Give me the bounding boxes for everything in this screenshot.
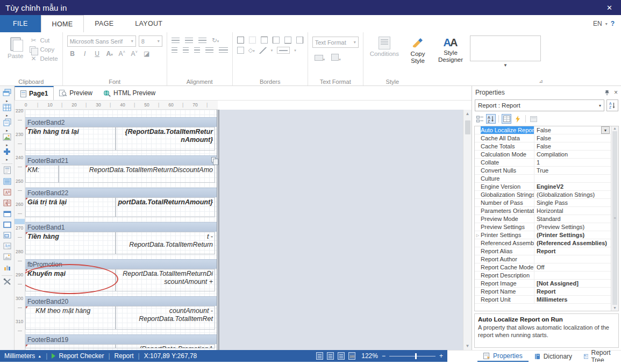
image-tool[interactable]	[1, 252, 13, 263]
property-value[interactable]: Horizontal	[534, 207, 610, 215]
property-row[interactable]: Preview ModeStandard	[475, 215, 618, 223]
property-value[interactable]: Compilation	[534, 151, 610, 158]
conditions-button[interactable]: Conditions	[368, 35, 401, 59]
property-value[interactable]: Off	[534, 263, 610, 271]
bottom-border-icon[interactable]	[284, 37, 291, 44]
style-gallery-dropdown-icon[interactable]: ▼	[503, 63, 508, 68]
property-value[interactable]: False	[534, 142, 610, 150]
tab-file[interactable]: FILE	[0, 15, 41, 32]
align-bottom-icon[interactable]	[198, 38, 206, 44]
page-height-view-icon[interactable]	[327, 352, 334, 360]
property-value[interactable]	[534, 272, 610, 279]
tab-page[interactable]: PAGE	[84, 15, 124, 32]
alphabetical-view-button[interactable]: AZ	[486, 114, 496, 124]
align-middle-icon[interactable]	[185, 38, 193, 44]
text-component[interactable]: Khuyến mại	[25, 269, 116, 291]
clone-tool[interactable]: ▸	[1, 118, 13, 133]
property-value[interactable]: Report	[534, 288, 610, 295]
band-header[interactable]: FooterBand1	[25, 222, 217, 232]
scroll-down-icon[interactable]: ▼	[466, 344, 470, 348]
clear-format-icon[interactable]: ◪	[142, 50, 151, 58]
zoom-out-button[interactable]: −	[382, 352, 386, 360]
top-border-icon[interactable]	[261, 37, 268, 44]
close-icon[interactable]: ✕	[603, 4, 616, 12]
page-width-view-icon[interactable]	[316, 352, 323, 360]
tab-report-tree[interactable]: Report Tree	[578, 351, 621, 362]
property-row[interactable]: Cache All DataFalse	[475, 134, 618, 142]
property-value[interactable]: [Not Assigned]	[534, 280, 610, 287]
text-component[interactable]: Tiền hàng	[25, 232, 116, 254]
align-right-icon[interactable]	[194, 47, 200, 53]
band-header[interactable]: FooterBand20	[25, 296, 217, 306]
fill-color-icon[interactable]: ◇▾	[248, 47, 255, 54]
property-value[interactable]	[534, 255, 610, 263]
align-top-icon[interactable]	[172, 38, 180, 44]
delete-button[interactable]: ✕Delete	[30, 55, 58, 62]
property-value[interactable]: (Preview Settings)	[534, 223, 610, 231]
properties-view-button[interactable]	[502, 114, 511, 124]
band-header[interactable]: FooterBand19	[25, 334, 217, 344]
whole-page-view-icon[interactable]	[338, 352, 345, 360]
align-left-icon[interactable]	[172, 47, 177, 53]
property-row[interactable]: Preview Settings(Preview Settings)	[475, 223, 618, 231]
value-dropdown-button[interactable]: ▼	[601, 126, 610, 134]
band-header[interactable]: FooterBand2	[25, 117, 217, 127]
text-component[interactable]: ReportData.TotalItemReturnDiscountAmo	[59, 165, 215, 183]
component-tool[interactable]: ▸	[1, 147, 13, 162]
property-pages-button[interactable]	[529, 114, 538, 124]
subreport-tool[interactable]	[1, 231, 13, 241]
property-row[interactable]: Report Author	[475, 255, 618, 263]
text-component[interactable]: portData.TotalReturnAmount}	[116, 197, 215, 217]
property-row[interactable]: Culture	[475, 175, 618, 183]
rich-text-tool[interactable]: A	[1, 241, 13, 252]
property-row[interactable]: Calculation ModeCompilation	[475, 151, 618, 159]
data-band-tool[interactable]	[1, 177, 13, 188]
report-title-band-tool[interactable]	[1, 166, 13, 177]
property-value[interactable]: (Printer Settings)	[534, 231, 610, 239]
word-wrap-icon[interactable]	[219, 47, 228, 53]
text-in-cells-tool[interactable]: A	[1, 198, 13, 209]
property-row[interactable]: Report UnitMillimeters	[475, 296, 618, 304]
font-size-combo[interactable]: 8▾	[139, 35, 162, 47]
currency-format-icon[interactable]: ▾	[315, 53, 325, 63]
no-borders-icon[interactable]	[249, 37, 256, 44]
text-component[interactable]: Giá trị trả lại	[25, 197, 116, 217]
bold-button[interactable]: B	[68, 50, 77, 58]
sort-properties-button[interactable]: AZ	[606, 99, 618, 111]
tab-page1[interactable]: Page1	[15, 86, 54, 100]
flyout-arrow-icon[interactable]: ▸	[6, 113, 8, 117]
text-component[interactable]: KM theo mặt hàng	[25, 306, 116, 330]
property-value[interactable]: Standard	[534, 215, 610, 223]
style-gallery[interactable]	[470, 35, 541, 61]
outside-borders-icon[interactable]	[237, 47, 244, 54]
font-color-button[interactable]: A▾	[105, 50, 114, 58]
copy-button[interactable]: Copy	[30, 46, 58, 53]
categorized-view-button[interactable]	[475, 114, 484, 124]
tab-properties[interactable]: Properties	[477, 351, 529, 362]
shrink-font-button[interactable]: A˅	[130, 50, 139, 58]
flyout-arrow-icon[interactable]: ▸	[6, 158, 8, 161]
property-value[interactable]: True	[534, 167, 610, 174]
canvas-vertical-scrollbar[interactable]: ▲ ▼	[463, 110, 472, 350]
text-component[interactable]	[25, 344, 116, 348]
panel-close-icon[interactable]: ×	[614, 89, 618, 96]
paste-button[interactable]: Paste	[4, 35, 26, 62]
align-justify-icon[interactable]	[205, 47, 213, 53]
events-view-button[interactable]	[513, 114, 523, 124]
text-component[interactable]: Tiền hàng trả lại	[25, 127, 116, 151]
tab-html-preview[interactable]: HTML Preview	[98, 86, 161, 100]
panel-tool[interactable]	[1, 209, 13, 220]
property-value[interactable]: Millimeters	[534, 296, 610, 303]
property-row[interactable]: Report Description	[475, 272, 618, 280]
rotate-text-icon[interactable]: ↻▾	[212, 37, 219, 44]
flyout-arrow-icon[interactable]: ▸	[6, 129, 8, 132]
property-value[interactable]: False	[534, 126, 610, 134]
property-row[interactable]: Cache TotalsFalse	[475, 142, 618, 151]
language-caret-icon[interactable]: ▾	[605, 22, 608, 26]
border-pen-icon[interactable]	[259, 47, 267, 54]
copy-style-button[interactable]: Copy Style	[404, 35, 431, 66]
property-row[interactable]: Report Image[Not Assigned]	[475, 280, 618, 288]
language-selector[interactable]: EN	[593, 20, 602, 27]
property-row[interactable]: Report NameReport	[475, 288, 618, 296]
property-row[interactable]: Engine VersionEngineV2	[475, 183, 618, 191]
